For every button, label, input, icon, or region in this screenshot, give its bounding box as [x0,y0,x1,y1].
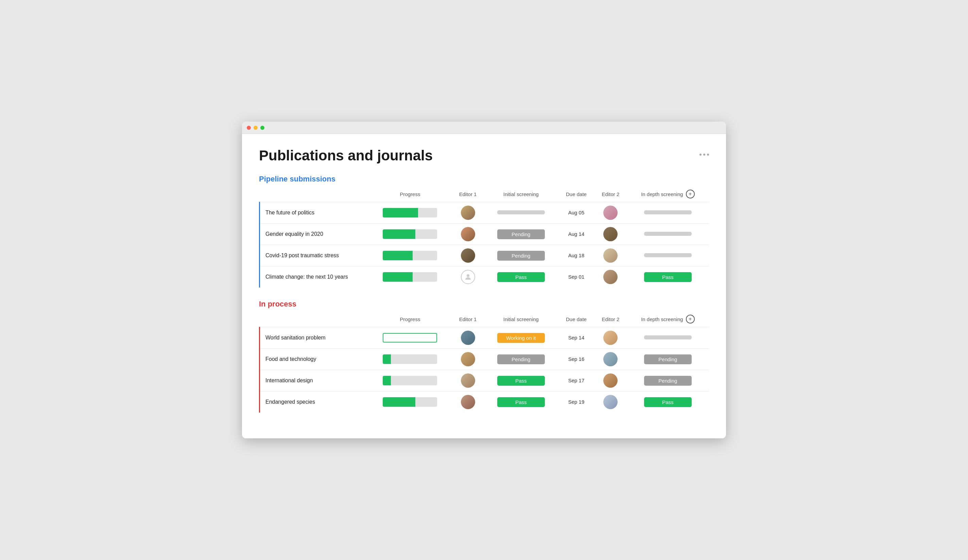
initial-screening-badge: Pending [497,355,545,364]
initial-screening-cell: Pass [484,391,558,413]
initial-screening-badge: Pass [497,397,545,407]
table-row[interactable]: The future of politics Aug 05 [260,202,709,224]
add-column-button-inprocess[interactable]: + [686,315,695,323]
editor2-cell [595,267,627,288]
avatar [461,373,475,388]
inprocess-section-title: In process [259,300,709,308]
in-depth-badge [644,335,692,340]
avatar-placeholder [461,270,475,284]
in-depth-cell [627,327,709,349]
inprocess-tbody: World sanitation problem Working on it S… [260,327,709,413]
progress-bar [383,229,437,239]
in-depth-cell: Pending [627,370,709,391]
close-button[interactable] [247,126,251,130]
due-date-cell: Sep 16 [558,349,595,370]
avatar [603,352,618,366]
pipeline-tbody: The future of politics Aug 05 Gender equ… [260,202,709,288]
col-initial-screening: Initial screening [484,313,558,327]
initial-screening-cell: Pending [484,224,558,245]
table-row[interactable]: Food and technology Pending Sep 16 Pendi… [260,349,709,370]
progress-bar [383,376,437,385]
article-title: Endangered species [260,391,368,413]
minimize-button[interactable] [254,126,258,130]
progress-cell [368,267,452,288]
progress-cell [368,245,452,267]
table-row[interactable]: World sanitation problem Working on it S… [260,327,709,349]
svg-point-0 [467,274,469,277]
due-date-cell: Sep 17 [558,370,595,391]
table-row[interactable]: International design Pass Sep 17 Pending [260,370,709,391]
initial-screening-badge [497,210,545,214]
app-window: Publications and journals Pipeline submi… [242,122,726,438]
progress-bar [383,355,437,364]
progress-cell [368,224,452,245]
col-title [260,187,368,202]
editor2-cell [595,327,627,349]
add-column-button[interactable]: + [686,190,695,199]
col-progress: Progress [368,187,452,202]
inprocess-header-row: Progress Editor 1 Initial screening Due … [260,313,709,327]
article-title: International design [260,370,368,391]
table-row[interactable]: Gender equality in 2020 Pending Aug 14 [260,224,709,245]
progress-bar [383,272,437,282]
progress-cell [368,370,452,391]
in-depth-cell [627,245,709,267]
more-menu-button[interactable] [699,147,709,156]
avatar [603,205,618,220]
avatar [461,227,475,241]
avatar [461,395,475,409]
in-depth-badge [644,253,692,257]
article-title: Food and technology [260,349,368,370]
more-dot [699,154,701,156]
col-editor1: Editor 1 [452,187,484,202]
editor2-cell [595,224,627,245]
table-row[interactable]: Endangered species Pass Sep 19 Pass [260,391,709,413]
in-depth-badge: Pass [644,272,692,282]
page-title: Publications and journals [259,147,433,164]
avatar [461,205,475,220]
initial-screening-badge: Pass [497,272,545,282]
initial-screening-cell: Pass [484,267,558,288]
editor1-cell [452,267,484,288]
titlebar [242,122,726,134]
article-title: Covid-19 post traumatic stress [260,245,368,267]
article-title: Climate change: the next 10 years [260,267,368,288]
due-date-cell: Sep 14 [558,327,595,349]
pipeline-section: Pipeline submissions Progress Editor 1 I… [259,175,709,287]
editor2-cell [595,370,627,391]
editor1-cell [452,391,484,413]
editor2-cell [595,202,627,224]
editor2-cell [595,245,627,267]
col-editor2: Editor 2 [595,313,627,327]
more-dot [703,154,705,156]
progress-bar [383,397,437,407]
progress-cell [368,349,452,370]
initial-screening-badge: Pass [497,376,545,386]
due-date-cell: Aug 14 [558,224,595,245]
in-depth-cell: Pending [627,349,709,370]
in-depth-badge [644,232,692,236]
initial-screening-cell: Working on it [484,327,558,349]
table-row[interactable]: Climate change: the next 10 years Pass S… [260,267,709,288]
due-date-cell: Sep 01 [558,267,595,288]
progress-bar [383,208,437,217]
in-depth-badge: Pending [644,376,692,386]
progress-cell [368,202,452,224]
pipeline-header-row: Progress Editor 1 Initial screening Due … [260,187,709,202]
pipeline-section-title: Pipeline submissions [259,175,709,184]
table-row[interactable]: Covid-19 post traumatic stress Pending A… [260,245,709,267]
more-dot [707,154,709,156]
maximize-button[interactable] [260,126,264,130]
pipeline-table: Progress Editor 1 Initial screening Due … [259,187,709,287]
due-date-cell: Sep 19 [558,391,595,413]
progress-bar [383,251,437,260]
editor2-cell [595,349,627,370]
avatar [461,331,475,345]
in-depth-badge [644,210,692,214]
initial-screening-cell: Pending [484,245,558,267]
col-due-date: Due date [558,187,595,202]
editor1-cell [452,370,484,391]
col-progress: Progress [368,313,452,327]
progress-bar [383,333,437,343]
col-editor1: Editor 1 [452,313,484,327]
